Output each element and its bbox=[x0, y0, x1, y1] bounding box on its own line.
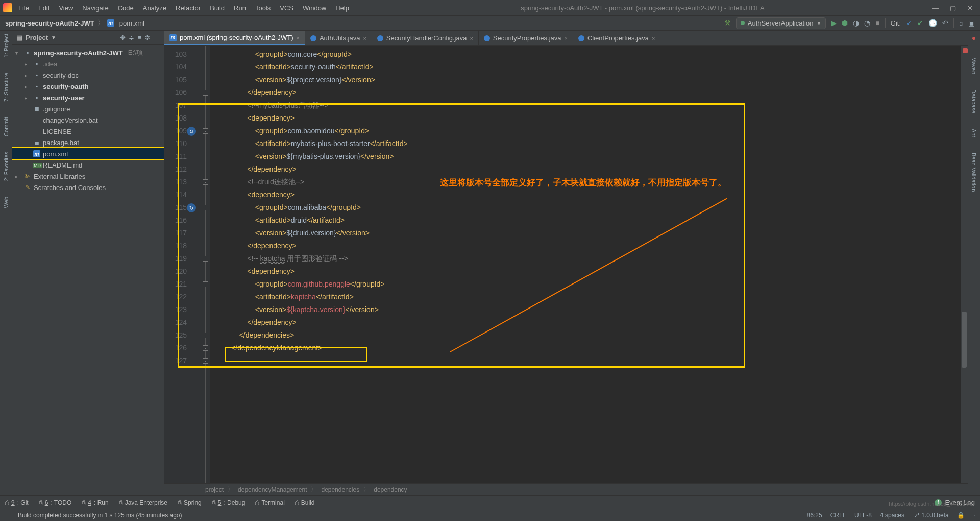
file-encoding[interactable]: UTF-8 bbox=[854, 512, 872, 519]
fold-toggle-icon[interactable]: - bbox=[203, 179, 208, 185]
tree-row-security-oauth[interactable]: ▸▪security-oauth bbox=[12, 81, 164, 92]
run-icon[interactable]: ▶ bbox=[831, 19, 837, 27]
tree-row-package-bat[interactable]: ≣package.bat bbox=[12, 137, 164, 148]
vertical-scrollbar[interactable] bbox=[961, 46, 968, 483]
breadcrumb-dependencies[interactable]: dependencies bbox=[321, 486, 359, 493]
tool-window-run[interactable]: ⎙ 4: Run bbox=[82, 499, 108, 506]
right-strip-ant[interactable]: Ant bbox=[971, 129, 977, 137]
build-hammer-icon[interactable]: ⚒ bbox=[724, 19, 731, 27]
git-commit-icon[interactable]: ✔ bbox=[917, 19, 923, 27]
close-tab-icon[interactable]: × bbox=[652, 35, 655, 41]
menu-window[interactable]: Window bbox=[299, 2, 330, 14]
tree-row-security-doc[interactable]: ▸▪security-doc bbox=[12, 69, 164, 81]
caret-position[interactable]: 86:25 bbox=[807, 512, 822, 519]
left-strip-commit[interactable]: Commit bbox=[3, 117, 9, 136]
hide-icon[interactable]: — bbox=[153, 34, 160, 41]
fold-toggle-icon[interactable]: - bbox=[203, 345, 208, 351]
tree-row-spring-security-oauth2-jwt[interactable]: ▾▪spring-security-oAuth2-JWTE:\项 bbox=[12, 47, 164, 58]
error-stripe-icon[interactable] bbox=[963, 48, 968, 53]
tree-row-pom-xml[interactable]: mpom.xml bbox=[12, 148, 164, 159]
breadcrumb-project[interactable]: project bbox=[205, 486, 224, 493]
expand-all-icon[interactable]: ≑ bbox=[129, 34, 134, 41]
tree-row--idea[interactable]: ▸▪.idea bbox=[12, 58, 164, 69]
menu-code[interactable]: Code bbox=[114, 2, 138, 14]
tool-window-todo[interactable]: ⎙ 6: TODO bbox=[39, 499, 72, 506]
lock-icon[interactable]: 🔒 bbox=[957, 512, 965, 519]
fold-toggle-icon[interactable]: - bbox=[203, 281, 208, 287]
ide-settings-icon[interactable]: ▣ bbox=[968, 19, 975, 27]
fold-toggle-icon[interactable]: - bbox=[203, 358, 208, 364]
editor-tab-securityhandlerconfig-java[interactable]: SecurityHandlerConfig.java× bbox=[372, 31, 479, 45]
breadcrumb-dependencyManagement[interactable]: dependencyManagement bbox=[238, 486, 307, 493]
tool-window-java-enterprise[interactable]: ⎙ Java Enterprise bbox=[119, 499, 167, 506]
status-icon[interactable]: ☐ bbox=[5, 512, 11, 519]
left-strip-web[interactable]: Web bbox=[3, 197, 9, 208]
fold-toggle-icon[interactable]: - bbox=[203, 205, 208, 210]
menu-vcs[interactable]: VCS bbox=[276, 2, 298, 14]
close-tab-icon[interactable]: × bbox=[470, 35, 473, 41]
fold-toggle-icon[interactable]: - bbox=[203, 333, 208, 338]
close-tab-icon[interactable]: × bbox=[297, 35, 300, 41]
menu-tools[interactable]: Tools bbox=[251, 2, 275, 14]
tool-window-terminal[interactable]: ⎙ Terminal bbox=[255, 499, 284, 506]
profile-icon[interactable]: ◔ bbox=[864, 19, 870, 27]
project-tree[interactable]: ▾▪spring-security-oAuth2-JWTE:\项▸▪.idea▸… bbox=[12, 45, 164, 495]
tree-row-license[interactable]: ≣LICENSE bbox=[12, 126, 164, 137]
line-separator[interactable]: CRLF bbox=[830, 512, 846, 519]
menu-help[interactable]: Help bbox=[331, 2, 353, 14]
right-strip-database[interactable]: Database bbox=[971, 89, 977, 113]
tool-window-git[interactable]: ⎙ 9: Git bbox=[5, 499, 29, 506]
locate-icon[interactable]: ✥ bbox=[120, 34, 126, 41]
minimize-icon[interactable]: ― bbox=[932, 4, 939, 12]
scrollbar-thumb[interactable] bbox=[962, 312, 967, 368]
tree-row-readme-md[interactable]: MDREADME.md bbox=[12, 159, 164, 171]
collapse-all-icon[interactable]: ≡ bbox=[137, 34, 141, 41]
search-icon[interactable]: ⌕ bbox=[959, 19, 963, 27]
menu-file[interactable]: File bbox=[14, 2, 33, 14]
gear-icon[interactable]: ✲ bbox=[144, 34, 150, 41]
fold-toggle-icon[interactable]: - bbox=[203, 90, 208, 96]
breadcrumb-dependency[interactable]: dependency bbox=[374, 486, 407, 493]
git-update-icon[interactable]: ✓ bbox=[906, 19, 912, 27]
editor-tab-authutils-java[interactable]: AuthUtils.java× bbox=[305, 31, 372, 45]
memory-indicator[interactable]: ▫ bbox=[973, 512, 975, 519]
left-strip-7-structure[interactable]: 7: Structure bbox=[3, 73, 9, 102]
fold-toggle-icon[interactable]: - bbox=[203, 256, 208, 262]
left-strip-1-project[interactable]: 1: Project bbox=[3, 34, 9, 57]
editor-tab-pom-xml-spring-security-oauth2-jwt-[interactable]: mpom.xml (spring-security-oAuth2-JWT)× bbox=[164, 31, 305, 45]
menu-view[interactable]: View bbox=[55, 2, 77, 14]
tree-row-external-libraries[interactable]: ▸⫸External Libraries bbox=[12, 171, 164, 182]
indent-info[interactable]: 4 spaces bbox=[880, 512, 904, 519]
breadcrumb-file[interactable]: pom.xml bbox=[119, 19, 144, 27]
menu-edit[interactable]: Edit bbox=[34, 2, 54, 14]
editor-breadcrumbs[interactable]: project〉dependencyManagement〉dependencie… bbox=[164, 483, 968, 495]
fold-column[interactable]: --------- bbox=[201, 46, 210, 483]
editor-tab-securityproperties-java[interactable]: SecurityProperties.java× bbox=[479, 31, 573, 45]
git-history-icon[interactable]: 🕓 bbox=[928, 19, 937, 27]
stop-icon[interactable]: ■ bbox=[875, 19, 879, 27]
editor-gutter[interactable]: 103104105106107108109↻110111112113114115… bbox=[164, 46, 201, 483]
tree-row--gitignore[interactable]: ≣.gitignore bbox=[12, 103, 164, 114]
close-tab-icon[interactable]: × bbox=[363, 35, 366, 41]
editor-tab-clientproperties-java[interactable]: ClientProperties.java× bbox=[573, 31, 660, 45]
git-branch[interactable]: ⎇ 1.0.0.beta bbox=[913, 512, 949, 519]
maximize-icon[interactable]: ▢ bbox=[950, 4, 956, 12]
menu-refactor[interactable]: Refactor bbox=[172, 2, 205, 14]
gutter-maven-icon[interactable]: ↻ bbox=[187, 127, 196, 136]
tool-window-build[interactable]: ⎙ Build bbox=[295, 499, 315, 506]
right-strip-maven[interactable]: Maven bbox=[971, 57, 977, 74]
close-tab-icon[interactable]: × bbox=[565, 35, 568, 41]
tool-window-debug[interactable]: ⎙ 5: Debug bbox=[212, 499, 246, 506]
debug-icon[interactable]: ⬢ bbox=[842, 19, 848, 27]
close-icon[interactable]: ✕ bbox=[967, 4, 973, 12]
tree-row-changeversion-bat[interactable]: ≣changeVersion.bat bbox=[12, 114, 164, 126]
breadcrumb-root[interactable]: spring-security-oAuth2-JWT bbox=[5, 19, 94, 27]
menu-navigate[interactable]: Navigate bbox=[78, 2, 112, 14]
fold-toggle-icon[interactable]: - bbox=[203, 128, 208, 134]
tree-row-scratches-and-consoles[interactable]: ✎Scratches and Consoles bbox=[12, 182, 164, 193]
chevron-down-icon[interactable]: ▼ bbox=[51, 35, 56, 40]
tool-window-spring[interactable]: ⎙ Spring bbox=[178, 499, 202, 506]
menu-analyze[interactable]: Analyze bbox=[139, 2, 170, 14]
menu-run[interactable]: Run bbox=[230, 2, 250, 14]
tree-row-security-user[interactable]: ▸▪security-user bbox=[12, 92, 164, 103]
